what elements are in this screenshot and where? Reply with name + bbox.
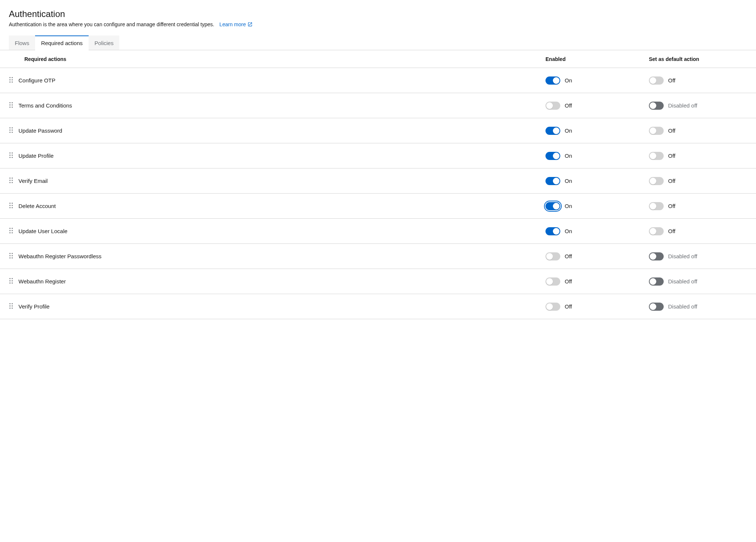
page-description: Authentication is the area where you can…	[9, 21, 747, 27]
toggle-enabled[interactable]	[545, 152, 560, 160]
toggle-enabled[interactable]	[545, 227, 560, 235]
svg-point-39	[12, 230, 13, 231]
toggle-enabled[interactable]	[545, 202, 560, 210]
external-link-icon	[247, 22, 253, 27]
svg-point-6	[10, 102, 11, 103]
svg-point-28	[10, 182, 11, 183]
svg-point-51	[12, 280, 13, 282]
svg-point-41	[12, 232, 13, 233]
toggle-knob	[650, 278, 656, 285]
switch-cell-enabled: Off	[545, 102, 649, 110]
row-name: Terms and Conditions	[18, 102, 545, 109]
toggle-knob	[650, 127, 656, 134]
drag-handle-icon[interactable]	[0, 303, 18, 310]
toggle-knob	[650, 102, 656, 109]
drag-handle-icon[interactable]	[0, 202, 18, 209]
toggle-enabled[interactable]	[545, 127, 560, 135]
switch-cell-default: Off	[649, 202, 752, 210]
column-header-name: Required actions	[0, 56, 545, 62]
svg-point-3	[12, 79, 13, 81]
svg-point-58	[10, 308, 11, 309]
tab-bar: FlowsRequired actionsPolicies	[0, 35, 756, 50]
table-row: Update User LocaleOnOff	[0, 219, 756, 244]
row-name: Update Password	[18, 127, 545, 134]
tab-flows[interactable]: Flows	[9, 35, 35, 50]
drag-handle-icon[interactable]	[0, 152, 18, 159]
toggle-label-default: Disabled off	[668, 102, 697, 109]
toggle-label-enabled: On	[565, 228, 572, 234]
toggle-default[interactable]	[649, 252, 664, 260]
toggle-default[interactable]	[649, 202, 664, 210]
toggle-knob	[546, 278, 553, 285]
toggle-enabled[interactable]	[545, 252, 560, 260]
svg-point-38	[10, 230, 11, 231]
svg-point-50	[10, 280, 11, 282]
svg-point-23	[12, 157, 13, 158]
svg-point-45	[12, 255, 13, 256]
toggle-enabled[interactable]	[545, 76, 560, 85]
drag-handle-icon[interactable]	[0, 253, 18, 260]
table-row: Delete AccountOnOff	[0, 194, 756, 219]
svg-point-42	[10, 253, 11, 254]
svg-point-26	[10, 180, 11, 181]
switch-cell-enabled: On	[545, 202, 649, 210]
svg-point-47	[12, 258, 13, 259]
table-row: Verify ProfileOffDisabled off	[0, 294, 756, 319]
switch-cell-enabled: On	[545, 127, 649, 135]
drag-handle-icon[interactable]	[0, 77, 18, 84]
svg-point-14	[10, 130, 11, 131]
drag-handle-icon[interactable]	[0, 278, 18, 285]
drag-handle-icon[interactable]	[0, 177, 18, 184]
svg-point-16	[10, 132, 11, 133]
toggle-enabled[interactable]	[545, 177, 560, 185]
toggle-label-enabled: Off	[565, 303, 572, 310]
svg-point-30	[10, 203, 11, 204]
toggle-knob	[650, 203, 656, 209]
toggle-default[interactable]	[649, 277, 664, 286]
column-header-enabled: Enabled	[545, 56, 649, 62]
toggle-label-enabled: On	[565, 203, 572, 209]
toggle-label-default: Off	[668, 203, 675, 209]
switch-cell-enabled: Off	[545, 277, 649, 286]
learn-more-link[interactable]: Learn more	[219, 21, 253, 27]
toggle-knob	[553, 203, 560, 209]
toggle-enabled[interactable]	[545, 277, 560, 286]
toggle-label-default: Disabled off	[668, 253, 697, 259]
toggle-default[interactable]	[649, 152, 664, 160]
row-name: Webauthn Register Passwordless	[18, 253, 545, 259]
drag-handle-icon[interactable]	[0, 228, 18, 235]
svg-point-20	[10, 155, 11, 156]
row-name: Webauthn Register	[18, 278, 545, 284]
svg-point-44	[10, 255, 11, 256]
tab-required-actions[interactable]: Required actions	[35, 35, 89, 50]
toggle-label-enabled: Off	[565, 278, 572, 284]
switch-cell-enabled: Off	[545, 303, 649, 311]
toggle-label-default: Off	[668, 178, 675, 184]
toggle-default[interactable]	[649, 76, 664, 85]
svg-point-54	[10, 303, 11, 304]
svg-point-29	[12, 182, 13, 183]
page-title: Authentication	[9, 9, 747, 19]
toggle-default[interactable]	[649, 303, 664, 311]
svg-point-49	[12, 278, 13, 279]
toggle-default[interactable]	[649, 177, 664, 185]
toggle-enabled[interactable]	[545, 303, 560, 311]
svg-point-57	[12, 306, 13, 307]
drag-handle-icon[interactable]	[0, 102, 18, 109]
svg-point-32	[10, 205, 11, 206]
svg-point-19	[12, 153, 13, 154]
svg-point-12	[10, 127, 11, 129]
page-description-text: Authentication is the area where you can…	[9, 21, 214, 27]
toggle-default[interactable]	[649, 102, 664, 110]
toggle-knob	[553, 153, 560, 159]
svg-point-37	[12, 228, 13, 229]
table-row: Configure OTPOnOff	[0, 68, 756, 93]
toggle-knob	[553, 228, 560, 235]
toggle-label-enabled: Off	[565, 253, 572, 259]
tab-policies[interactable]: Policies	[89, 35, 120, 50]
svg-point-55	[12, 303, 13, 304]
toggle-default[interactable]	[649, 227, 664, 235]
drag-handle-icon[interactable]	[0, 127, 18, 134]
toggle-enabled[interactable]	[545, 102, 560, 110]
toggle-default[interactable]	[649, 127, 664, 135]
